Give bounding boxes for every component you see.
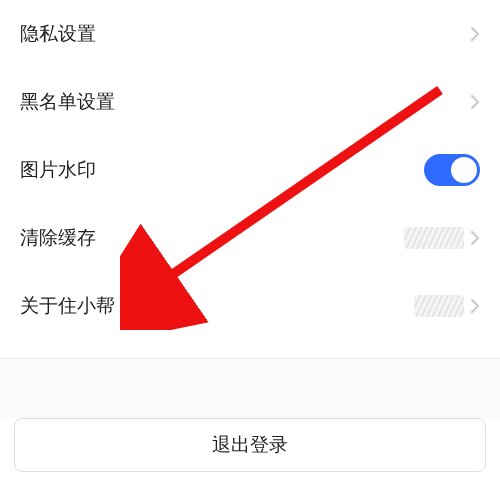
settings-row-about[interactable]: 关于住小帮 xyxy=(20,272,480,340)
settings-row-watermark[interactable]: 图片水印 xyxy=(20,136,480,204)
chevron-right-icon xyxy=(470,230,480,246)
chevron-right-icon xyxy=(470,26,480,42)
row-label: 隐私设置 xyxy=(20,21,96,47)
section-divider xyxy=(0,358,500,418)
row-label: 黑名单设置 xyxy=(20,89,115,115)
settings-row-blacklist[interactable]: 黑名单设置 xyxy=(20,68,480,136)
logout-button[interactable]: 退出登录 xyxy=(14,418,486,472)
obscured-value xyxy=(404,227,464,249)
chevron-right-icon xyxy=(470,94,480,110)
obscured-value xyxy=(414,295,464,317)
row-label: 关于住小帮 xyxy=(20,293,115,319)
toggle-knob xyxy=(451,157,477,183)
watermark-toggle[interactable] xyxy=(424,154,480,186)
logout-label: 退出登录 xyxy=(212,432,288,458)
chevron-right-icon xyxy=(470,298,480,314)
row-label: 图片水印 xyxy=(20,157,96,183)
row-label: 清除缓存 xyxy=(20,225,96,251)
settings-row-privacy[interactable]: 隐私设置 xyxy=(20,0,480,68)
settings-row-clear-cache[interactable]: 清除缓存 xyxy=(20,204,480,272)
